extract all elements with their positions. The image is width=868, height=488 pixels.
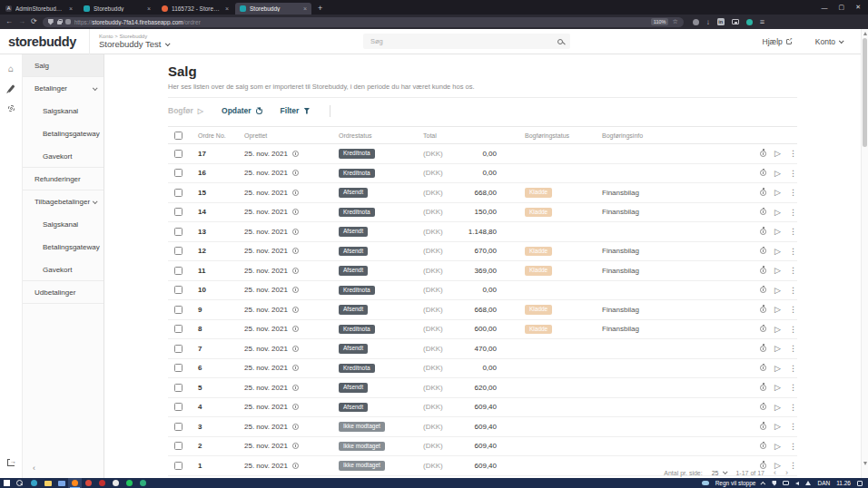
row-menu-icon[interactable]: ⋮ (789, 188, 797, 197)
table-row[interactable]: 4 25. nov. 2021 Afsendt (DKK) 609,40 ▷ ⋮ (168, 398, 797, 418)
filter-button[interactable]: Filter (281, 106, 311, 115)
row-checkbox[interactable] (174, 384, 182, 392)
table-row[interactable]: 8 25. nov. 2021 Kreditnota (DKK) 600,00 … (168, 320, 797, 340)
menu-icon[interactable]: ≡ (760, 17, 764, 26)
row-menu-icon[interactable]: ⋮ (789, 286, 797, 295)
extension-icon[interactable] (65, 19, 71, 24)
table-row[interactable]: 15 25. nov. 2021 Afsendt (DKK) 668,00 Kl… (168, 183, 797, 203)
start-button[interactable] (0, 478, 14, 488)
run-icon[interactable]: ▷ (774, 344, 781, 353)
row-checkbox[interactable] (174, 423, 182, 431)
sidebar-item[interactable]: Betalingsgateway (23, 122, 104, 145)
select-all-checkbox[interactable] (174, 132, 182, 140)
row-checkbox[interactable] (174, 403, 182, 411)
logout-button[interactable] (0, 453, 22, 473)
row-menu-icon[interactable]: ⋮ (789, 442, 797, 451)
zoom-level-badge[interactable]: 110% (651, 18, 669, 25)
minimize-button[interactable]: — (822, 5, 828, 11)
table-row[interactable]: 10 25. nov. 2021 Kreditnota (DKK) 0,00 ▷… (168, 281, 797, 301)
row-checkbox[interactable] (174, 189, 182, 197)
new-tab-button[interactable]: + (318, 4, 322, 13)
row-menu-icon[interactable]: ⋮ (789, 383, 797, 392)
row-menu-icon[interactable]: ⋮ (789, 247, 797, 256)
history-icon[interactable] (760, 346, 766, 352)
table-row[interactable]: 9 25. nov. 2021 Afsendt (DKK) 668,00 Kla… (168, 300, 797, 320)
close-window-button[interactable]: ✕ (855, 4, 861, 11)
browser-tab[interactable]: Storebuddy × (235, 3, 311, 15)
next-page-button[interactable]: › (785, 468, 788, 477)
forward-button[interactable]: → (18, 17, 25, 26)
sidebar-item[interactable]: Salgskanal (23, 100, 104, 122)
history-icon[interactable] (760, 170, 766, 176)
run-icon[interactable]: ▷ (774, 169, 781, 178)
bookmark-star-icon[interactable]: ☆ (672, 18, 677, 25)
search-box[interactable] (363, 34, 570, 49)
history-icon[interactable] (760, 248, 766, 254)
history-icon[interactable] (760, 209, 766, 215)
run-icon[interactable]: ▷ (774, 403, 781, 412)
sidebar-item[interactable]: Udbetalinger (23, 281, 104, 304)
tab-close-icon[interactable]: × (303, 5, 307, 12)
opdater-button[interactable]: Opdater (222, 106, 262, 115)
tracking-protection-shield-icon[interactable] (48, 19, 54, 25)
row-checkbox[interactable] (174, 267, 182, 275)
edge-icon[interactable] (27, 478, 41, 488)
row-checkbox[interactable] (174, 442, 182, 450)
search-input[interactable] (370, 37, 557, 45)
run-icon[interactable]: ▷ (774, 364, 781, 373)
history-icon[interactable] (760, 404, 766, 410)
row-menu-icon[interactable]: ⋮ (789, 325, 797, 334)
row-checkbox[interactable] (174, 286, 182, 294)
downloads-icon[interactable]: ↓ (706, 18, 710, 26)
history-icon[interactable] (760, 365, 766, 371)
home-nav-button[interactable]: ⌂ (0, 58, 22, 78)
collapse-sidebar-button[interactable]: ‹ (23, 464, 104, 478)
adblock-icon[interactable] (693, 19, 699, 25)
row-menu-icon[interactable]: ⋮ (789, 305, 797, 314)
history-icon[interactable] (760, 424, 766, 430)
row-menu-icon[interactable]: ⋮ (789, 149, 797, 158)
history-icon[interactable] (760, 151, 766, 157)
speaker-icon[interactable] (795, 482, 799, 485)
table-row[interactable]: 16 25. nov. 2021 Kreditnota (DKK) 0,00 ▷… (168, 164, 797, 184)
run-icon[interactable]: ▷ (774, 325, 781, 334)
run-icon[interactable]: ▷ (774, 383, 781, 392)
sidebar-item[interactable]: Salgskanal (23, 213, 104, 236)
table-row[interactable]: 14 25. nov. 2021 Kreditnota (DKK) 150,00… (168, 203, 797, 223)
tab-close-icon[interactable]: × (69, 5, 73, 12)
table-row[interactable]: 6 25. nov. 2021 Kreditnota (DKK) 0,00 ▷ … (168, 359, 797, 379)
run-icon[interactable]: ▷ (774, 286, 781, 295)
row-checkbox[interactable] (174, 247, 182, 255)
app-icon-6[interactable] (136, 478, 150, 488)
run-icon[interactable]: ▷ (774, 188, 781, 197)
row-checkbox[interactable] (174, 228, 182, 236)
row-checkbox[interactable] (174, 345, 182, 353)
sidebar-item[interactable]: Gavekort (23, 259, 104, 281)
table-row[interactable]: 17 25. nov. 2021 Kreditnota (DKK) 0,00 ▷… (168, 144, 797, 164)
search-icon[interactable] (557, 39, 563, 44)
browser-tab[interactable]: Storebuddy × (79, 3, 155, 15)
row-checkbox[interactable] (174, 306, 182, 314)
edit-nav-button[interactable] (0, 78, 22, 98)
run-icon[interactable]: ▷ (774, 208, 781, 217)
run-icon[interactable]: ▷ (774, 442, 781, 451)
linkedin-extension-icon[interactable]: in (717, 18, 725, 25)
row-checkbox[interactable] (174, 150, 182, 158)
back-button[interactable]: ← (5, 17, 13, 26)
tab-close-icon[interactable]: × (147, 5, 151, 12)
row-checkbox[interactable] (174, 364, 182, 372)
row-menu-icon[interactable]: ⋮ (789, 461, 797, 470)
language-indicator[interactable]: DAN (817, 480, 830, 486)
scroll-up-arrow[interactable] (863, 32, 867, 35)
touch-keyboard-icon[interactable] (783, 481, 789, 485)
history-icon[interactable] (760, 229, 766, 235)
row-menu-icon[interactable]: ⋮ (789, 266, 797, 275)
sidebar-item[interactable]: Salg (23, 54, 104, 77)
table-row[interactable]: 5 25. nov. 2021 Afsendt (DKK) 620,00 ▷ ⋮ (168, 378, 797, 398)
search-button[interactable] (14, 478, 27, 488)
account-menu[interactable]: Konto (815, 37, 843, 46)
app-icon-3[interactable] (95, 478, 109, 488)
bogfor-button[interactable]: Bogfør▷ (168, 106, 203, 115)
sidebar-toggle-icon[interactable] (732, 19, 739, 24)
firefox-icon[interactable] (68, 478, 82, 488)
